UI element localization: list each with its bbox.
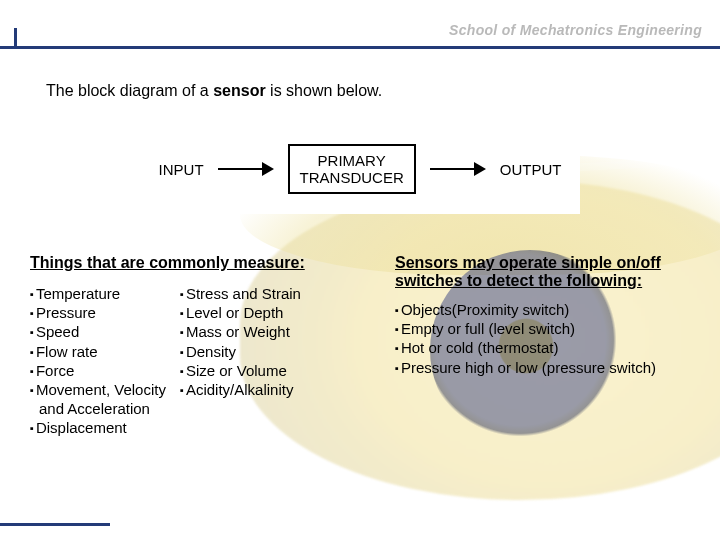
- intro-text: The block diagram of a sensor is shown b…: [46, 82, 720, 100]
- right-heading: Sensors may operate simple on/off switch…: [395, 254, 675, 290]
- diagram-transducer-box: PRIMARY TRANSDUCER: [288, 144, 416, 195]
- list-item: Speed: [30, 322, 180, 341]
- list-item: Flow rate: [30, 342, 180, 361]
- list-item: Displacement: [30, 418, 180, 437]
- list-item: Mass or Weight: [180, 322, 375, 341]
- footer-rule: [0, 523, 110, 526]
- list-item: Level or Depth: [180, 303, 375, 322]
- header-school: School of Mechatronics Engineering: [449, 22, 702, 38]
- block-diagram: INPUT PRIMARY TRANSDUCER OUTPUT: [140, 124, 580, 214]
- detect-list: Objects(Proximity switch) Empty or full …: [395, 300, 675, 377]
- left-heading: Things that are commonly measure:: [0, 254, 375, 272]
- measure-list-col2: Stress and Strain Level or Depth Mass or…: [180, 284, 375, 399]
- list-item: Hot or cold (thermostat): [395, 338, 675, 357]
- list-item: Density: [180, 342, 375, 361]
- diagram-box-line1: PRIMARY: [318, 152, 386, 169]
- list-item: Acidity/Alkalinity: [180, 380, 375, 399]
- list-item: Stress and Strain: [180, 284, 375, 303]
- intro-before: The block diagram of a: [46, 82, 213, 99]
- diagram-input-label: INPUT: [159, 161, 204, 178]
- list-item: Empty or full (level switch): [395, 319, 675, 338]
- list-item: Pressure: [30, 303, 180, 322]
- diagram-box-line2: TRANSDUCER: [300, 169, 404, 186]
- list-item: Objects(Proximity switch): [395, 300, 675, 319]
- arrow-icon: [430, 162, 486, 176]
- list-item: Movement, Velocity and Acceleration: [30, 380, 180, 418]
- list-item: Force: [30, 361, 180, 380]
- list-item: Pressure high or low (pressure switch): [395, 358, 675, 377]
- diagram-output-label: OUTPUT: [500, 161, 562, 178]
- header-tick: [14, 28, 17, 46]
- measure-list-col1: Temperature Pressure Speed Flow rate For…: [30, 284, 180, 438]
- arrow-icon: [218, 162, 274, 176]
- list-item: Size or Volume: [180, 361, 375, 380]
- header-rule: [0, 46, 720, 49]
- intro-bold: sensor: [213, 82, 265, 99]
- intro-after: is shown below.: [266, 82, 383, 99]
- list-item: Temperature: [30, 284, 180, 303]
